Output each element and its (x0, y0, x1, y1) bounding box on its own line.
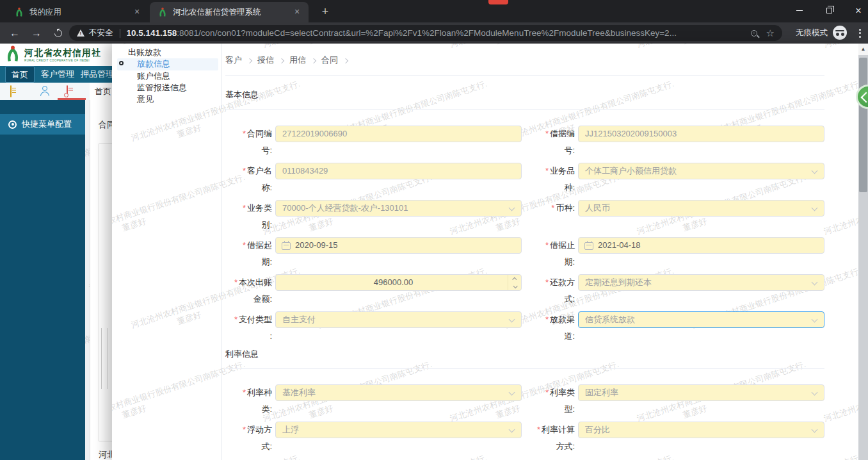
required-asterisk: * (243, 166, 246, 176)
tab-my-apps[interactable]: 我的应用 × (6, 2, 149, 22)
nav-item-home[interactable]: 首页 (5, 66, 35, 83)
form-area: 客户 授信 用信 合同 基本信息*合同编 号:27122019006690*借据… (225, 44, 824, 459)
business-category-select[interactable]: 70000-个人经营贷款-农户-130101 (275, 200, 522, 217)
rcc-logo-icon (14, 7, 24, 17)
menu-item-regulatory-report[interactable]: 监管报送信息 (137, 82, 187, 94)
rate-type-select[interactable]: 固定利率 (578, 384, 824, 401)
divider (225, 75, 824, 76)
disbursement-amount-input[interactable]: 496000.00 (275, 274, 522, 291)
nav-item-collateral-mgmt[interactable]: 押品管理 (81, 66, 112, 83)
section-title: 利率信息 (225, 349, 824, 360)
form-row: *本次出账 金额:496000.00*还款方 式:定期还息到期还本 (225, 274, 824, 291)
rate-kind-select[interactable]: 基准利率 (275, 384, 522, 401)
watermark-text: 河北沧州农村商业银行股份有限公司南陈屯支行.董彦好 (823, 44, 858, 60)
repayment-method-label: *还款方 式: (528, 274, 575, 308)
customer-name-input[interactable]: 0110843429 (275, 163, 522, 179)
required-asterisk: * (551, 203, 554, 213)
currency-label: *币种: (528, 200, 575, 217)
new-tab-button[interactable]: + (317, 4, 333, 20)
close-tab-icon[interactable]: × (292, 7, 302, 17)
left-sidebar: 快捷菜单配置 (0, 100, 85, 460)
browser-menu-button[interactable] (854, 25, 865, 41)
watermark-text: 河北沧州农村商业银行股份有限公司南陈屯支行.董彦好 (823, 359, 858, 434)
float-method-select[interactable]: 上浮 (275, 422, 522, 438)
underlying-tab-home[interactable]: 首页 (95, 83, 111, 100)
chevron-down-icon (812, 279, 818, 286)
float-method-label: *浮动方 式: (225, 422, 272, 455)
required-asterisk: * (545, 129, 549, 138)
stepper-down-icon[interactable] (508, 283, 521, 290)
logo-subtitle: RURAL CREDIT COOPERATIVE OF HEBEI (24, 59, 101, 62)
currency-select[interactable]: 人民币 (578, 200, 824, 217)
rate-kind-label: *利率种 类: (225, 384, 272, 418)
bookmark-star-icon[interactable]: ☆ (766, 28, 775, 38)
not-secure-label[interactable]: 不安全 (89, 28, 113, 38)
chevron-down-icon (812, 427, 818, 433)
chevron-down-icon (812, 390, 818, 396)
breadcrumb: 客户 授信 用信 合同 (225, 44, 824, 66)
chevron-right-icon (279, 58, 284, 63)
stepper-up-icon[interactable] (508, 275, 521, 283)
breadcrumb-usage[interactable]: 用信 (289, 54, 306, 66)
scrollbar-thumb[interactable] (859, 58, 867, 192)
menu-parent-disbursement[interactable]: 出账放款 (128, 47, 161, 58)
sidebar-item-quick-menu-config[interactable]: 快捷菜单配置 (0, 114, 85, 135)
url-text[interactable]: 10.5.141.158:8081/con/con01?moduleCd=sel… (127, 28, 746, 38)
chevron-down-icon (509, 427, 515, 433)
underlying-panel-title: 合同 (99, 119, 112, 131)
tab-credit-system[interactable]: 河北农信新信贷管理系统 × (150, 2, 309, 22)
disbursement-amount-label: *本次出账 金额: (225, 274, 272, 308)
restore-button[interactable] (814, 0, 844, 21)
rate-calc-method-select[interactable]: 百分比 (578, 422, 824, 438)
minimize-button[interactable] (785, 0, 814, 21)
receipt-end-date-input[interactable]: 2021-04-18 (578, 237, 824, 254)
form-row: *合同编 号:27122019006690*借据编 号:JJ1215032020… (225, 126, 824, 142)
form-row: *业务类 别:70000-个人经营贷款-农户-130101*币种:人民币 (225, 200, 824, 217)
refresh-button[interactable] (49, 24, 68, 42)
underlying-table-line (101, 328, 102, 389)
minimize-icon (796, 10, 803, 12)
business-product-select[interactable]: 个体工商户小额信用贷款 (578, 163, 824, 179)
required-asterisk: * (234, 277, 237, 287)
breadcrumb-contract[interactable]: 合同 (321, 54, 338, 66)
disbursement-channel-select[interactable]: 信贷系统放款 (578, 311, 824, 328)
address-bar[interactable]: 不安全 10.5.141.158:8081/con/con01?moduleCd… (69, 25, 782, 41)
screen-share-indicator[interactable] (488, 0, 508, 4)
receipt-number-input[interactable]: JJ121503202009150003 (578, 126, 824, 142)
scroll-up-arrow-icon[interactable]: ▲ (858, 44, 868, 55)
close-tab-icon[interactable]: × (132, 7, 142, 17)
contract-number-input[interactable]: 27122019006690 (275, 126, 522, 142)
form-row: *利率种 类:基准利率*利率类 型:固定利率 (225, 384, 824, 401)
quick-menu-label: 快捷菜单配置 (22, 119, 72, 130)
form-search-icon[interactable] (67, 85, 68, 97)
menu-item-loan-info[interactable]: 放款信息 (137, 58, 170, 70)
zoom-out-icon[interactable] (751, 30, 757, 37)
number-stepper[interactable] (508, 275, 521, 290)
menu-item-opinion[interactable]: 意见 (137, 94, 154, 105)
required-asterisk: * (243, 425, 246, 434)
receipt-start-date-input[interactable]: 2020-09-15 (275, 237, 522, 254)
document-icon[interactable] (10, 85, 12, 97)
chevron-down-icon (812, 205, 818, 211)
chevron-right-icon (311, 58, 316, 63)
breadcrumb-credit[interactable]: 授信 (257, 54, 274, 66)
form-row: *借据起 期:2020-09-15*借据止 期:2021-04-18 (225, 237, 824, 254)
calendar-icon (282, 242, 291, 250)
disbursement-channel-label: *放款渠 道: (528, 311, 575, 345)
payment-type-select[interactable]: 自主支付 (275, 311, 522, 328)
close-window-button[interactable]: × (844, 0, 868, 21)
repayment-method-select[interactable]: 定期还息到期还本 (578, 274, 824, 291)
form-row: *支付类型 :自主支付*放款渠 道:信贷系统放款 (225, 311, 824, 328)
breadcrumb-customer[interactable]: 客户 (225, 54, 242, 66)
tab-title: 河北农信新信贷管理系统 (173, 7, 287, 18)
rcc-logo-icon (157, 7, 168, 17)
rcc-logo-icon (4, 45, 22, 65)
tab-strip: 我的应用 × 河北农信新信贷管理系统 × + × (0, 0, 868, 22)
chevron-down-icon (509, 390, 515, 396)
nav-item-customer-mgmt[interactable]: 客户管理 (41, 66, 74, 83)
menu-item-account-info[interactable]: 账户信息 (137, 70, 170, 82)
forward-button[interactable]: → (27, 24, 46, 42)
back-button[interactable]: ← (5, 24, 24, 42)
chevron-down-icon (812, 168, 818, 174)
receipt-start-date-label: *借据起 期: (225, 237, 272, 270)
